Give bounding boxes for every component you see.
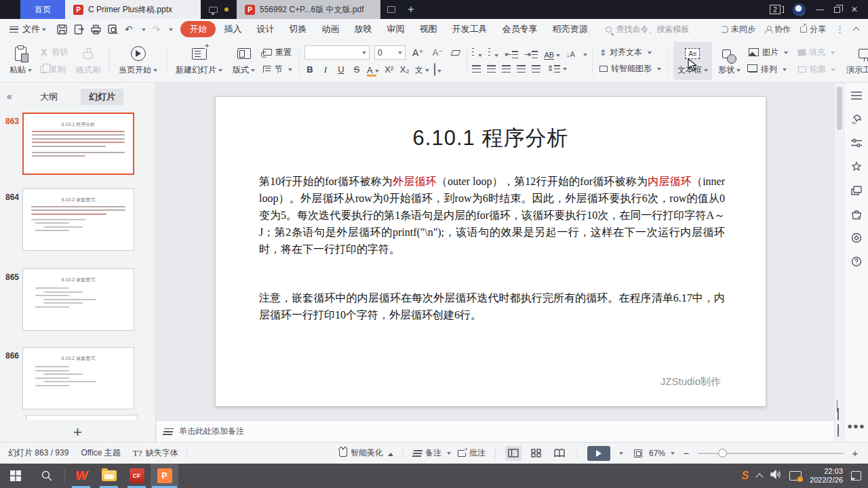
home-tab-button[interactable]: 首页 xyxy=(20,0,65,19)
docer-shop-icon[interactable] xyxy=(850,208,863,220)
italic-button[interactable]: I xyxy=(320,64,331,75)
text-sort-button[interactable]: ↓A xyxy=(566,50,575,58)
document-tab-pdf[interactable]: P 556992 C+P...6版 中文版.pdf xyxy=(237,0,380,19)
collapse-ribbon-button[interactable] xyxy=(853,27,860,34)
menu-tab-home[interactable]: 开始 xyxy=(180,21,216,37)
sogou-input-icon[interactable]: S xyxy=(741,470,749,482)
wps-logo-icon[interactable] xyxy=(793,3,806,16)
help-icon[interactable] xyxy=(850,256,863,268)
layout-button[interactable]: 版式 xyxy=(229,42,259,80)
slide-thumbnail-864[interactable]: 6.10.2 嵌套变式 xyxy=(22,188,134,251)
hidden-icons-button[interactable] xyxy=(755,473,763,481)
menu-tab-design[interactable]: 设计 xyxy=(250,21,281,37)
font-color-button[interactable]: A xyxy=(367,64,379,76)
fill-button[interactable]: 填充 xyxy=(796,46,837,59)
document-tab-pptx[interactable]: P C Primer Plus终稿.pptx xyxy=(65,0,201,19)
display-project-icon[interactable] xyxy=(789,471,802,481)
notes-bar[interactable]: 单击此处添加备注 xyxy=(157,420,834,442)
editing-canvas[interactable]: 6.10.1 程序分析 第10行开始的for循环被称为外层循环（outer lo… xyxy=(157,83,834,420)
menu-tab-review[interactable]: 审阅 xyxy=(380,21,411,37)
presentation-tools-button[interactable]: 演示工具 xyxy=(842,42,868,80)
effects-star-icon[interactable] xyxy=(850,161,863,173)
subscript-button[interactable]: X₂ xyxy=(399,64,410,75)
restore-button[interactable] xyxy=(834,7,840,13)
next-slide-button[interactable] xyxy=(837,424,839,436)
play-options-icon[interactable] xyxy=(619,452,623,457)
menu-tab-insert[interactable]: 插入 xyxy=(217,21,248,37)
collapse-panel-button[interactable]: « xyxy=(7,91,12,102)
scroll-down-button[interactable] xyxy=(837,400,842,405)
decrease-indent-button[interactable]: ⇤ xyxy=(505,49,518,59)
increase-font-button[interactable]: A⁺ xyxy=(410,47,426,59)
zoom-slider[interactable] xyxy=(698,453,844,454)
align-right-button[interactable] xyxy=(502,65,511,73)
new-tab-button[interactable]: + xyxy=(395,0,427,19)
phonetic-guide-button[interactable]: 文 xyxy=(415,63,429,76)
outline-tab[interactable]: 大纲 xyxy=(32,89,66,105)
undo-button[interactable]: ↶ xyxy=(125,24,133,35)
slide-thumbnail-partial[interactable] xyxy=(26,415,138,420)
slide-body-text[interactable]: 第10行开始的for循环被称为外层循环（outer loop），第12行开始的f… xyxy=(259,173,725,323)
new-slide-button[interactable]: 新建幻灯片 xyxy=(172,42,226,80)
taskbar-app-explorer[interactable] xyxy=(95,464,123,488)
menu-tab-animation[interactable]: 动画 xyxy=(315,21,346,37)
save-button[interactable] xyxy=(57,24,67,35)
highlight-button[interactable] xyxy=(434,64,441,76)
start-button[interactable] xyxy=(0,464,31,488)
normal-view-button[interactable] xyxy=(505,446,521,461)
bullet-list-button[interactable] xyxy=(472,48,482,60)
slide-sorter-view-button[interactable] xyxy=(528,446,545,461)
zoom-level[interactable]: 67% xyxy=(649,449,675,458)
picture-button[interactable]: 图片 xyxy=(747,46,790,59)
font-name-select[interactable] xyxy=(304,45,370,60)
slideshow-play-button[interactable] xyxy=(587,446,610,461)
zoom-out-button[interactable]: − xyxy=(682,447,691,459)
close-button[interactable]: ✕ xyxy=(849,5,860,14)
duplicate-slide-icon[interactable] xyxy=(850,184,863,197)
share-button[interactable]: 分享 xyxy=(800,24,826,35)
align-left-button[interactable] xyxy=(472,65,481,73)
export-pdf-button[interactable] xyxy=(74,24,84,35)
taskbar-clock[interactable]: 22:03 2022/2/26 xyxy=(810,467,843,485)
screen-share-icon[interactable] xyxy=(209,7,218,13)
collaborate-button[interactable]: 协作 xyxy=(765,24,791,35)
zoom-in-button[interactable]: + xyxy=(850,447,860,459)
slide-thumbnail-863[interactable]: 6.10.1 程序分析 xyxy=(22,113,134,175)
format-painter-button[interactable]: 格式刷 xyxy=(72,42,104,80)
print-button[interactable] xyxy=(91,24,101,35)
slide-thumbnail-866[interactable]: 6.10.2 嵌套变式 xyxy=(22,347,134,409)
taskbar-app-wps[interactable]: W xyxy=(67,464,95,488)
distribute-button[interactable] xyxy=(532,65,540,73)
settings-sliders-icon[interactable] xyxy=(850,137,863,149)
menu-tab-devtools[interactable]: 开发工具 xyxy=(445,21,494,37)
undo-dropdown-icon[interactable] xyxy=(142,28,146,33)
smart-graphic-button[interactable]: 转智能图形 xyxy=(597,62,663,75)
menu-tab-slideshow[interactable]: 放映 xyxy=(347,21,378,37)
bold-button[interactable]: B xyxy=(304,64,315,75)
taskbar-search-button[interactable] xyxy=(31,464,62,488)
align-center-button[interactable] xyxy=(487,65,496,73)
menu-tab-docer[interactable]: 稻壳资源 xyxy=(545,21,594,37)
clear-format-button[interactable] xyxy=(450,49,462,56)
rewards-coin-icon[interactable] xyxy=(850,232,863,244)
menu-tab-transition[interactable]: 切换 xyxy=(282,21,313,37)
previous-slide-button[interactable] xyxy=(837,408,839,420)
menu-tab-member[interactable]: 会员专享 xyxy=(495,21,544,37)
menu-tab-view[interactable]: 视图 xyxy=(412,21,443,37)
action-center-icon[interactable] xyxy=(851,471,861,481)
more-commands-icon[interactable] xyxy=(169,28,173,33)
print-preview-button[interactable] xyxy=(108,24,118,35)
slide-title[interactable]: 6.10.1 程序分析 xyxy=(216,124,766,152)
file-menu[interactable]: 文件 xyxy=(5,23,50,35)
font-size-select[interactable]: 0 xyxy=(374,45,406,60)
align-text-button[interactable]: ⇕对齐文本 xyxy=(597,46,663,59)
command-search-input[interactable]: 查找命令、搜索模板 xyxy=(606,24,689,35)
window-count-badge[interactable]: 2 xyxy=(770,5,784,14)
decrease-font-button[interactable]: A⁻ xyxy=(431,47,446,58)
missing-font-indicator[interactable]: T?缺失字体 xyxy=(133,447,178,459)
menu-icon[interactable] xyxy=(850,89,863,102)
shapes-button[interactable]: 形状 xyxy=(714,42,745,80)
theme-name[interactable]: Office 主题 xyxy=(81,447,120,459)
more-menu-button[interactable]: ⋮ xyxy=(835,24,844,35)
play-from-current-button[interactable]: 当页开始 xyxy=(115,42,161,80)
